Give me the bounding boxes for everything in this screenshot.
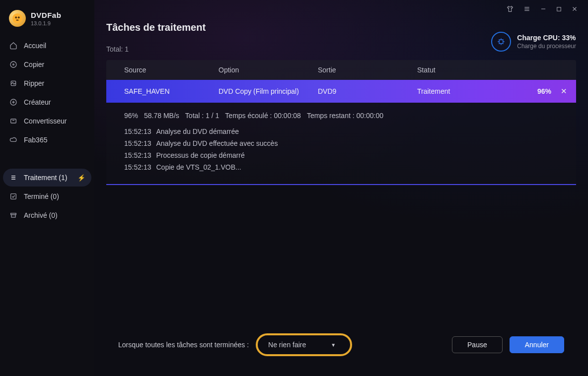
- log-msg: Processus de copie démarré: [156, 151, 245, 159]
- log-line: 15:52:13 Processus de copie démarré: [124, 149, 558, 161]
- nav: Accueil Copier Ripper Créateur Convertis…: [0, 37, 94, 224]
- col-source: Source: [124, 66, 219, 74]
- col-statut: Statut: [417, 66, 526, 74]
- sidebar-item-label: Créateur: [24, 98, 51, 106]
- list-icon: [9, 174, 18, 182]
- sidebar-item-label: Traitement (1): [24, 174, 67, 182]
- svg-rect-14: [11, 215, 15, 217]
- stat-pct: 96%: [124, 112, 138, 120]
- log-area: 96% 58.78 MB/s Total : 1 / 1 Temps écoul…: [106, 103, 576, 185]
- sidebar-item-convertisseur[interactable]: Convertisseur: [0, 112, 94, 130]
- log-time: 15:52:13: [124, 127, 151, 135]
- sidebar-item-label: Ripper: [24, 79, 44, 87]
- log-line: 15:52:13 Analyse du DVD effectuée avec s…: [124, 137, 558, 149]
- cancel-button[interactable]: Annuler: [510, 336, 564, 353]
- svg-point-3: [16, 20, 19, 21]
- after-tasks-select-highlight: Ne rien faire ▼: [256, 333, 352, 356]
- sidebar-item-fab365[interactable]: Fab365: [0, 131, 94, 149]
- svg-point-0: [12, 13, 22, 23]
- svg-rect-19: [557, 7, 561, 11]
- sidebar-item-termine[interactable]: Terminé (0): [0, 188, 94, 205]
- page-title: Tâches de traitement: [106, 22, 206, 33]
- stats-line: 96% 58.78 MB/s Total : 1 / 1 Temps écoul…: [124, 112, 558, 120]
- svg-point-4: [10, 62, 16, 67]
- ripper-icon: [9, 79, 18, 87]
- shirt-icon[interactable]: [506, 5, 514, 13]
- home-icon: [9, 42, 18, 50]
- sidebar-item-label: Fab365: [24, 136, 47, 144]
- pause-button[interactable]: Pause: [452, 336, 503, 353]
- select-value: Ne rien faire: [268, 341, 306, 349]
- stat-remaining: Temps restant : 00:00:00: [307, 112, 383, 120]
- log-line: 15:52:13 Analyse du DVD démarrée: [124, 125, 558, 137]
- svg-rect-8: [11, 119, 16, 123]
- cloud-icon: [9, 136, 18, 144]
- main-area: Tâches de traitement Total: 1 Charge CPU…: [94, 0, 588, 376]
- lightning-icon: ⚡: [77, 174, 85, 182]
- brand-logo-icon: [9, 10, 26, 27]
- task-close-icon[interactable]: ✕: [557, 87, 576, 96]
- after-tasks-select[interactable]: Ne rien faire ▼: [262, 337, 346, 352]
- svg-rect-12: [11, 194, 16, 199]
- sidebar-item-accueil[interactable]: Accueil: [0, 37, 94, 55]
- log-msg: Analyse du DVD effectuée avec succès: [156, 139, 278, 147]
- log-line: 15:52:13 Copie de VTS_02_1.VOB...: [124, 161, 558, 173]
- task-row[interactable]: SAFE_HAVEN DVD Copy (Film principal) DVD…: [106, 80, 576, 103]
- stat-total: Total : 1 / 1: [185, 112, 219, 120]
- converter-icon: [9, 117, 18, 125]
- sidebar-item-label: Terminé (0): [24, 192, 59, 200]
- cpu-block: Charge CPU: 33% Charge du processeur: [491, 32, 576, 52]
- brand-name: DVDFab: [31, 11, 61, 19]
- log-msg: Copie de VTS_02_1.VOB...: [156, 163, 241, 171]
- sidebar-item-copier[interactable]: Copier: [0, 56, 94, 73]
- col-sortie: Sortie: [318, 66, 417, 74]
- svg-point-2: [18, 16, 20, 18]
- close-icon[interactable]: [571, 5, 578, 12]
- archive-icon: [9, 211, 18, 219]
- menu-icon[interactable]: [523, 5, 531, 13]
- log-time: 15:52:13: [124, 151, 151, 159]
- svg-point-1: [15, 16, 17, 18]
- content: Tâches de traitement Total: 1 Charge CPU…: [94, 18, 588, 376]
- task-sortie: DVD9: [318, 87, 417, 95]
- chevron-down-icon: ▼: [331, 342, 336, 348]
- svg-rect-22: [500, 40, 504, 44]
- brand-block: DVDFab 13.0.1.9: [0, 10, 94, 37]
- sidebar-item-label: Copier: [24, 61, 44, 68]
- task-table: Source Option Sortie Statut SAFE_HAVEN D…: [106, 60, 576, 185]
- log-time: 15:52:13: [124, 139, 151, 147]
- minimize-icon[interactable]: [540, 5, 547, 12]
- footer: Lorsque toutes les tâches sont terminées…: [106, 323, 576, 376]
- creator-icon: [9, 98, 18, 106]
- titlebar: [94, 0, 588, 18]
- log-time: 15:52:13: [124, 163, 151, 171]
- task-source: SAFE_HAVEN: [124, 87, 219, 95]
- task-percent: 96%: [526, 87, 557, 95]
- sidebar-item-label: Archivé (0): [24, 211, 58, 219]
- cpu-subtitle: Charge du processeur: [517, 43, 576, 50]
- task-statut: Traitement: [417, 87, 526, 95]
- stat-elapsed: Temps écoulé : 00:00:08: [225, 112, 301, 120]
- cpu-title: Charge CPU: 33%: [517, 34, 576, 42]
- check-icon: [9, 192, 18, 200]
- col-option: Option: [219, 66, 318, 74]
- brand-version: 13.0.1.9: [31, 20, 61, 26]
- sidebar: DVDFab 13.0.1.9 Accueil Copier Ripper Cr…: [0, 0, 94, 376]
- cpu-icon: [491, 32, 511, 52]
- total-count: Total: 1: [106, 45, 206, 53]
- sidebar-item-ripper[interactable]: Ripper: [0, 74, 94, 92]
- footer-label: Lorsque toutes les tâches sont terminées…: [118, 341, 249, 349]
- sidebar-item-label: Convertisseur: [24, 117, 67, 125]
- maximize-icon[interactable]: [556, 6, 562, 12]
- sidebar-item-label: Accueil: [24, 42, 46, 50]
- table-header: Source Option Sortie Statut: [106, 60, 576, 80]
- disc-icon: [9, 61, 18, 68]
- stat-speed: 58.78 MB/s: [144, 112, 179, 120]
- task-option: DVD Copy (Film principal): [219, 87, 318, 95]
- sidebar-item-archive[interactable]: Archivé (0): [0, 206, 94, 224]
- log-msg: Analyse du DVD démarrée: [156, 127, 239, 135]
- svg-point-5: [13, 64, 14, 65]
- sidebar-item-createur[interactable]: Créateur: [0, 93, 94, 111]
- sidebar-item-traitement[interactable]: Traitement (1) ⚡: [3, 169, 91, 187]
